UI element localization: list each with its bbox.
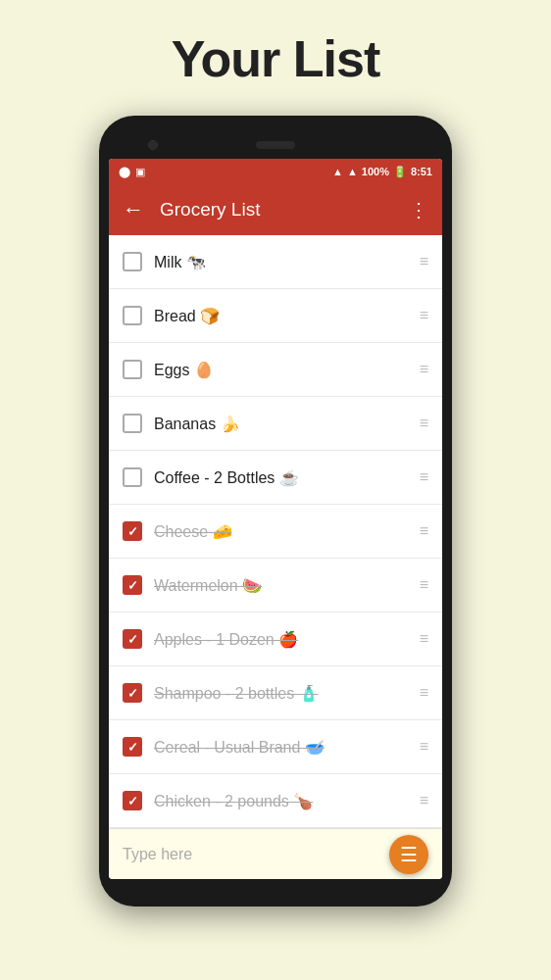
list-item-label: Cheese 🧀: [154, 522, 408, 541]
list-item-label: Milk 🐄: [154, 253, 408, 271]
signal-icon: ▲: [347, 166, 358, 177]
drag-handle-icon[interactable]: ≡: [420, 253, 428, 270]
drag-handle-icon[interactable]: ≡: [420, 361, 428, 378]
checkmark-icon: ✓: [127, 524, 138, 539]
record-icon: ⬤: [119, 166, 130, 178]
speaker: [256, 141, 295, 149]
list-item-label: Watermelon 🍉: [154, 576, 408, 595]
grocery-list: Milk 🐄≡Bread 🍞≡Eggs 🥚≡Bananas 🍌≡Coffee -…: [109, 235, 442, 828]
menu-button[interactable]: ⋮: [409, 198, 428, 221]
list-item: ✓Watermelon 🍉≡: [109, 559, 442, 612]
checkmark-icon: ✓: [127, 686, 138, 701]
camera: [148, 140, 158, 150]
fab-button[interactable]: ☰: [389, 835, 428, 874]
list-item-checkbox[interactable]: [123, 252, 142, 271]
list-item-checkbox[interactable]: ✓: [123, 683, 142, 703]
drag-handle-icon[interactable]: ≡: [420, 522, 428, 540]
list-item-checkbox[interactable]: [123, 360, 142, 379]
time-text: 8:51: [411, 166, 432, 177]
checkmark-icon: ✓: [127, 578, 138, 593]
list-item-checkbox[interactable]: ✓: [123, 575, 142, 595]
page-title: Your List: [172, 29, 379, 88]
phone-screen: ⬤ ▣ ▲ ▲ 100% 🔋 8:51 ← Grocery List ⋮ Mil…: [109, 159, 442, 879]
list-item: ✓Cheese 🧀≡: [109, 505, 442, 559]
phone-top-bar: [109, 131, 442, 159]
phone-device: ⬤ ▣ ▲ ▲ 100% 🔋 8:51 ← Grocery List ⋮ Mil…: [99, 116, 452, 906]
battery-text: 100%: [362, 166, 389, 177]
drag-handle-icon[interactable]: ≡: [420, 684, 428, 702]
drag-handle-icon[interactable]: ≡: [420, 738, 428, 756]
list-item: Bananas 🍌≡: [109, 397, 442, 451]
app-bar-title: Grocery List: [160, 199, 393, 220]
checkmark-icon: ✓: [127, 794, 138, 808]
drag-handle-icon[interactable]: ≡: [420, 792, 428, 809]
drag-handle-icon[interactable]: ≡: [420, 576, 428, 594]
list-item: ✓Apples - 1 Dozen 🍎≡: [109, 612, 442, 666]
list-item-label: Cereal - Usual Brand 🥣: [154, 738, 408, 757]
list-item: Milk 🐄≡: [109, 235, 442, 289]
drag-handle-icon[interactable]: ≡: [420, 307, 428, 324]
type-here-placeholder[interactable]: Type here: [123, 846, 428, 863]
list-item-checkbox[interactable]: ✓: [123, 521, 142, 541]
checkmark-icon: ✓: [127, 740, 138, 755]
app-bar: ← Grocery List ⋮: [109, 184, 442, 235]
status-bar: ⬤ ▣ ▲ ▲ 100% 🔋 8:51: [109, 159, 442, 184]
list-item-checkbox[interactable]: ✓: [123, 737, 142, 757]
list-item: Eggs 🥚≡: [109, 343, 442, 397]
list-item-label: Shampoo - 2 bottles 🧴: [154, 684, 408, 703]
back-button[interactable]: ←: [123, 197, 144, 222]
list-item: Bread 🍞≡: [109, 289, 442, 343]
sim-icon: ▣: [135, 166, 145, 178]
list-item-checkbox[interactable]: ✓: [123, 791, 142, 810]
list-item: ✓Cereal - Usual Brand 🥣≡: [109, 720, 442, 774]
drag-handle-icon[interactable]: ≡: [420, 630, 428, 648]
list-item: Coffee - 2 Bottles ☕≡: [109, 451, 442, 505]
list-item: ✓Chicken - 2 pounds 🍗≡: [109, 774, 442, 828]
fab-icon: ☰: [400, 843, 418, 866]
list-item-label: Coffee - 2 Bottles ☕: [154, 468, 408, 487]
phone-bottom: [109, 879, 442, 889]
list-item-checkbox[interactable]: [123, 414, 142, 433]
drag-handle-icon[interactable]: ≡: [420, 468, 428, 486]
status-left: ⬤ ▣: [119, 166, 145, 178]
bottom-bar: Type here ☰: [109, 828, 442, 879]
list-item-label: Eggs 🥚: [154, 361, 408, 379]
list-item-label: Bread 🍞: [154, 307, 408, 325]
list-item-label: Apples - 1 Dozen 🍎: [154, 630, 408, 649]
list-item-checkbox[interactable]: [123, 467, 142, 487]
checkmark-icon: ✓: [127, 632, 138, 647]
list-item-checkbox[interactable]: ✓: [123, 629, 142, 649]
battery-icon: 🔋: [393, 166, 407, 178]
status-right: ▲ ▲ 100% 🔋 8:51: [332, 166, 432, 178]
list-item-label: Bananas 🍌: [154, 415, 408, 433]
wifi-icon: ▲: [332, 166, 343, 177]
list-item-label: Chicken - 2 pounds 🍗: [154, 792, 408, 810]
list-item: ✓Shampoo - 2 bottles 🧴≡: [109, 666, 442, 720]
drag-handle-icon[interactable]: ≡: [420, 415, 428, 432]
list-item-checkbox[interactable]: [123, 306, 142, 325]
